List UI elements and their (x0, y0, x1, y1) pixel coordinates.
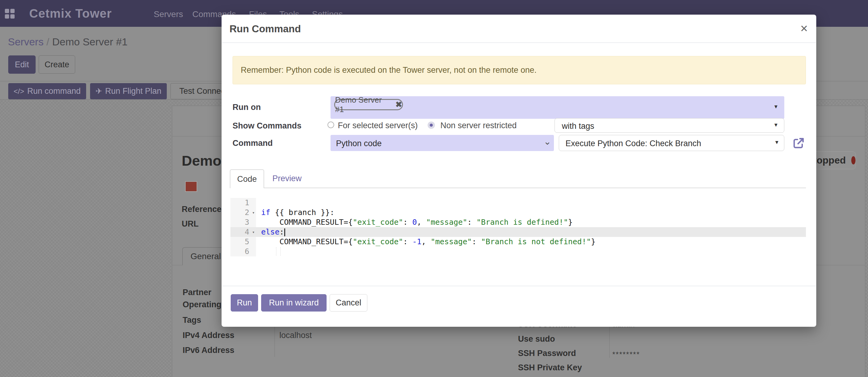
code-line-5[interactable]: 5 COMMAND_RESULT={"exit_code": -1, "mess… (230, 237, 806, 246)
code-editor[interactable]: 12▾if {{ branch }}:3 COMMAND_RESULT={"ex… (230, 198, 806, 262)
code-line-6[interactable]: 6 (230, 246, 806, 256)
close-icon[interactable]: ✕ (797, 22, 811, 35)
edit-button[interactable]: Edit (8, 55, 36, 74)
modal-header-divider (222, 42, 816, 43)
run-on-label: Run on (232, 103, 261, 112)
tab-general[interactable]: General (182, 247, 225, 265)
code-text (256, 246, 261, 256)
tab-code[interactable]: Code (230, 169, 264, 188)
tab-preview[interactable]: Preview (267, 169, 307, 187)
partner-label: Partner (183, 288, 212, 297)
tags-label: Tags (183, 316, 201, 325)
line-number: 5 (230, 237, 256, 246)
run-command-button[interactable]: </> Run command (8, 83, 86, 99)
indent-guide (280, 247, 281, 256)
line-number: 6 (230, 246, 256, 256)
ssh-private-key-label: SSH Private Key (518, 363, 582, 372)
code-text (256, 198, 261, 208)
radio-for-selected-servers-label[interactable]: For selected server(s) (338, 121, 418, 130)
ipv4-address-value: localhost (279, 331, 312, 340)
line-number: 2▾ (230, 208, 256, 218)
tag-remove-icon[interactable]: ✖ (395, 100, 402, 109)
status-red-dot-icon (851, 156, 856, 165)
fold-arrow-icon[interactable]: ▾ (252, 227, 255, 237)
with-tags-placeholder: with tags (562, 121, 594, 131)
cancel-button[interactable]: Cancel (330, 294, 367, 312)
command-caret-icon[interactable]: ▼ (774, 140, 779, 146)
indent-guide (276, 247, 276, 256)
command-value: Execute Python Code: Check Branch (565, 139, 701, 148)
run-flight-plan-button[interactable]: ✈ Run Flight Plan (90, 83, 167, 99)
line-number: 3 (230, 218, 256, 227)
server-color-swatch[interactable] (185, 181, 197, 192)
plane-icon: ✈ (96, 86, 102, 96)
code-line-3[interactable]: 3 COMMAND_RESULT={"exit_code": 0, "messa… (230, 218, 806, 227)
with-tags-caret-icon[interactable]: ▼ (773, 122, 778, 128)
reference-label: Reference (182, 205, 222, 214)
open-command-external-link-icon[interactable] (792, 137, 805, 149)
right-group-separator (609, 327, 610, 358)
radio-non-server-restricted[interactable] (428, 121, 435, 129)
create-button[interactable]: Create (39, 55, 75, 74)
command-type-chevron-icon[interactable]: ⌄ (544, 139, 551, 145)
breadcrumb: Servers / Demo Server #1 (8, 36, 127, 48)
run-in-wizard-button[interactable]: Run in wizard (261, 294, 327, 312)
ipv4-address-label: IPv4 Address (183, 331, 234, 340)
code-line-2[interactable]: 2▾if {{ branch }}: (230, 208, 806, 218)
radio-non-server-restricted-label[interactable]: Non server restricted (440, 121, 517, 130)
notebook-tabs-underline (230, 187, 806, 188)
breadcrumb-separator: / (46, 36, 49, 48)
code-line-1[interactable]: 1 (230, 198, 806, 208)
left-group-separator (275, 327, 275, 357)
ssh-password-label: SSH Password (518, 349, 576, 358)
url-label: URL (182, 219, 199, 229)
code-text: COMMAND_RESULT={"exit_code": 0, "message… (256, 218, 573, 227)
breadcrumb-servers-link[interactable]: Servers (8, 36, 43, 48)
text-cursor (284, 228, 285, 236)
code-line-4[interactable]: 4▾else: (230, 227, 806, 237)
code-icon: </> (14, 87, 24, 96)
code-text: if {{ branch }}: (256, 208, 335, 218)
run-button[interactable]: Run (231, 294, 258, 312)
code-text: COMMAND_RESULT={"exit_code": -1, "messag… (256, 237, 596, 246)
ssh-password-value: ******** (612, 350, 640, 359)
fold-arrow-icon[interactable]: ▾ (252, 208, 255, 218)
nav-item-servers[interactable]: Servers (154, 9, 183, 19)
alert-warning: Remember: Python code is executed on the… (232, 56, 806, 84)
radio-for-selected-servers[interactable] (328, 121, 334, 128)
modal-footer-divider (222, 286, 816, 286)
command-label: Command (232, 139, 273, 148)
use-sudo-label: Use sudo (518, 335, 555, 344)
line-number: 4▾ (230, 227, 256, 237)
breadcrumb-current: Demo Server #1 (52, 36, 128, 48)
show-commands-label: Show Commands (232, 121, 302, 130)
line-number: 1 (230, 198, 256, 208)
apps-grid-icon[interactable] (5, 9, 14, 19)
ipv6-address-label: IPv6 Address (183, 346, 234, 355)
brand-title: Cetmix Tower (29, 7, 112, 21)
run-on-caret-icon[interactable]: ▼ (773, 104, 778, 110)
modal-title: Run Command (229, 23, 301, 35)
run-on-tag: Demo Server #1 ✖ (334, 99, 403, 110)
command-type-value: Python code (336, 139, 382, 148)
code-text: else: (256, 227, 285, 237)
